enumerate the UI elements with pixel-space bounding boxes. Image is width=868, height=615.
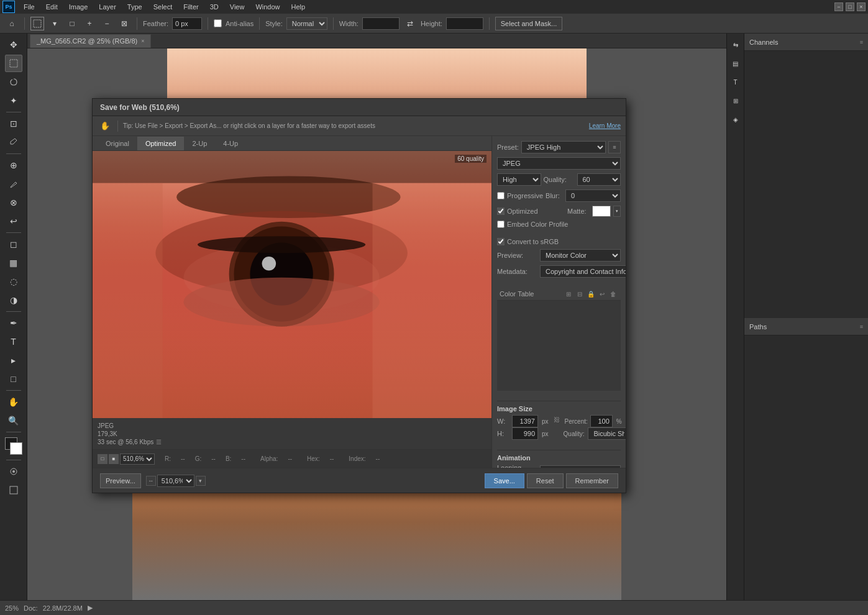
- path-selection-tool[interactable]: ▸: [5, 352, 22, 369]
- side-icon-4[interactable]: ⊞: [727, 92, 744, 109]
- preview-mode-select[interactable]: Monitor Color: [540, 249, 621, 262]
- move-tool[interactable]: ✥: [5, 36, 22, 53]
- background-color[interactable]: [10, 442, 22, 455]
- height-input[interactable]: [446, 17, 483, 30]
- subtract-btn[interactable]: −: [100, 17, 114, 30]
- menu-filter[interactable]: Filter: [178, 2, 203, 12]
- view-optimized-btn[interactable]: ■: [109, 454, 119, 464]
- quality-select2[interactable]: Bicubic Sharper: [588, 427, 626, 440]
- preview-canvas[interactable]: 60 quality: [93, 151, 491, 418]
- reset-btn[interactable]: Reset: [527, 473, 564, 488]
- side-icon-1[interactable]: ⇆: [727, 36, 744, 53]
- save-for-web-dialog[interactable]: Save for Web (510,6%) ✋ Tip: Use File > …: [92, 98, 626, 493]
- width-field[interactable]: [512, 415, 538, 427]
- file-tab[interactable]: _MG_0565.CR2 @ 25% (RGB/8) ×: [30, 34, 151, 48]
- anti-alias-checkbox[interactable]: [214, 19, 222, 27]
- learn-more-btn[interactable]: Learn More: [589, 122, 621, 129]
- blur-select[interactable]: 0: [565, 189, 621, 202]
- format-select[interactable]: JPEG: [497, 157, 621, 170]
- status-arrow[interactable]: ▶: [88, 604, 93, 612]
- zoom-dropdown-btn[interactable]: ▾: [196, 476, 206, 486]
- ct-icon-4[interactable]: ↩: [597, 289, 607, 299]
- clone-stamp-tool[interactable]: ⊗: [5, 194, 22, 211]
- magic-wand-tool[interactable]: ✦: [5, 92, 22, 109]
- color-swatch[interactable]: [5, 437, 22, 455]
- lasso-tool[interactable]: [5, 73, 22, 91]
- preview-browser-btn[interactable]: Preview...: [100, 473, 141, 488]
- zoom-tool[interactable]: 🔍: [5, 412, 22, 429]
- preset-select[interactable]: JPEG High: [521, 141, 606, 153]
- healing-brush-tool[interactable]: ⊕: [5, 157, 22, 174]
- preview-options-icon[interactable]: ☰: [156, 439, 162, 445]
- add-btn[interactable]: +: [83, 17, 96, 30]
- history-brush-tool[interactable]: ↩: [5, 212, 22, 230]
- menu-help[interactable]: Help: [286, 2, 311, 12]
- menu-edit[interactable]: Edit: [41, 2, 63, 12]
- style-select[interactable]: Normal: [286, 17, 327, 30]
- compression-select[interactable]: High: [497, 173, 541, 186]
- matte-dropdown[interactable]: ▾: [613, 206, 621, 217]
- marquee-rect-btn[interactable]: [30, 17, 44, 30]
- menu-window[interactable]: Window: [250, 2, 285, 12]
- gradient-tool[interactable]: ▦: [5, 254, 22, 271]
- view-original-btn[interactable]: □: [98, 454, 107, 464]
- hand-tool-dialog[interactable]: ✋: [98, 119, 112, 134]
- ct-icon-5[interactable]: 🗑: [608, 289, 618, 299]
- tab-original[interactable]: Original: [98, 137, 137, 150]
- zoom-cycle-btn[interactable]: ↔: [146, 476, 156, 486]
- save-btn[interactable]: Save...: [485, 473, 524, 488]
- convert-srgb-checkbox[interactable]: [497, 238, 505, 245]
- swap-dimensions-btn[interactable]: ⇄: [403, 17, 417, 30]
- channels-menu-icon[interactable]: ≡: [860, 39, 863, 45]
- preset-menu-btn[interactable]: ≡: [608, 141, 621, 153]
- quality-select[interactable]: 60: [577, 173, 621, 186]
- metadata-select[interactable]: Copyright and Contact Info: [540, 265, 626, 278]
- menu-image[interactable]: Image: [64, 2, 93, 12]
- pen-tool[interactable]: ✒: [5, 314, 22, 332]
- zoom-select-bottom[interactable]: 510,6%: [120, 453, 155, 465]
- eyedropper-tool[interactable]: [5, 134, 22, 151]
- remember-btn[interactable]: Remember: [566, 473, 618, 488]
- screen-mode-btn[interactable]: [5, 481, 22, 499]
- brush-tool[interactable]: [5, 175, 22, 193]
- ct-icon-2[interactable]: ⊟: [575, 289, 585, 299]
- select-mask-btn[interactable]: Select and Mask...: [495, 17, 563, 30]
- menu-select[interactable]: Select: [148, 2, 178, 12]
- new-layer-btn[interactable]: □: [65, 17, 79, 30]
- link-icon[interactable]: ⛓: [554, 416, 560, 426]
- window-maximize[interactable]: □: [846, 2, 854, 11]
- marquee-options-btn[interactable]: ▾: [48, 17, 62, 30]
- ct-icon-1[interactable]: ⊞: [564, 289, 573, 299]
- progressive-checkbox[interactable]: [497, 192, 505, 199]
- height-field[interactable]: [512, 427, 538, 440]
- side-icon-3[interactable]: T: [727, 73, 744, 91]
- hand-tool[interactable]: ✋: [5, 393, 22, 411]
- shape-tool[interactable]: □: [5, 370, 22, 388]
- eraser-tool[interactable]: ◻: [5, 235, 22, 253]
- menu-3d[interactable]: 3D: [205, 2, 224, 12]
- matte-swatch[interactable]: [592, 206, 611, 217]
- file-tab-close[interactable]: ×: [141, 38, 144, 44]
- side-icon-5[interactable]: ◈: [727, 111, 744, 128]
- menu-view[interactable]: View: [225, 2, 250, 12]
- paths-menu-icon[interactable]: ≡: [860, 324, 863, 330]
- feather-input[interactable]: [172, 17, 202, 30]
- dodge-tool[interactable]: ◑: [5, 291, 22, 309]
- side-icon-layers[interactable]: ▤: [727, 55, 744, 72]
- width-input[interactable]: [362, 17, 400, 30]
- intersect-btn[interactable]: ⊠: [117, 17, 131, 30]
- window-minimize[interactable]: −: [834, 2, 843, 11]
- tab-4up[interactable]: 4-Up: [215, 137, 246, 150]
- menu-file[interactable]: File: [19, 2, 40, 12]
- percent-field[interactable]: [590, 415, 613, 427]
- marquee-tool[interactable]: [5, 55, 22, 72]
- zoom-select-dialog[interactable]: 510,6%: [157, 475, 194, 487]
- optimized-checkbox[interactable]: [497, 207, 505, 215]
- window-close[interactable]: ×: [857, 2, 866, 11]
- home-btn[interactable]: ⌂: [5, 17, 19, 30]
- blur-tool[interactable]: ◌: [5, 273, 22, 290]
- crop-tool[interactable]: ⊡: [5, 115, 22, 132]
- menu-layer[interactable]: Layer: [94, 2, 121, 12]
- ct-icon-3[interactable]: 🔒: [586, 289, 596, 299]
- embed-color-checkbox[interactable]: [497, 221, 505, 228]
